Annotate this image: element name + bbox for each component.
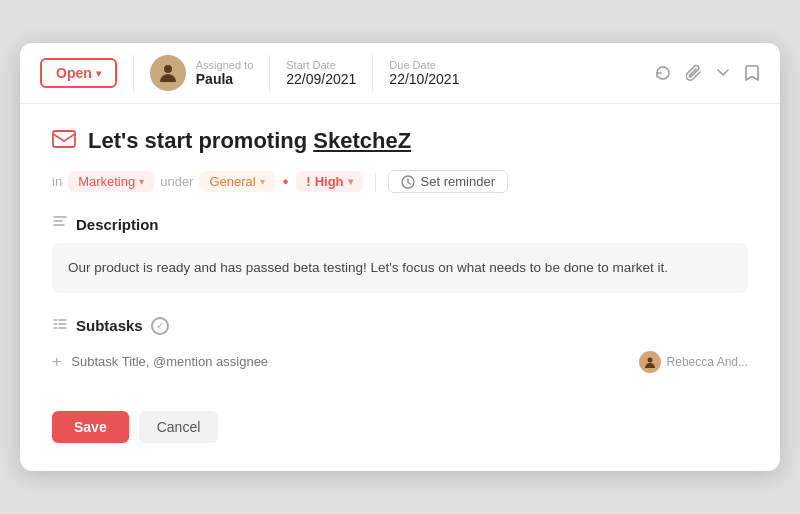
start-date-label: Start Date xyxy=(286,59,356,71)
description-title: Description xyxy=(76,216,159,233)
subtask-assignee: Rebecca And... xyxy=(639,351,748,373)
subtask-assignee-name: Rebecca And... xyxy=(667,355,748,369)
high-chevron-icon: ▾ xyxy=(348,176,353,187)
marketing-label: Marketing xyxy=(78,174,135,189)
topbar: Open ▾ Assigned to Paula Start Date 22/0… xyxy=(20,43,780,104)
subtask-add-icon[interactable]: + xyxy=(52,353,61,371)
subtasks-icon xyxy=(52,317,68,335)
open-button[interactable]: Open ▾ xyxy=(40,58,117,88)
refresh-icon[interactable] xyxy=(654,64,672,82)
assigned-name: Paula xyxy=(196,71,253,87)
in-label: in xyxy=(52,174,62,189)
topbar-divider-1 xyxy=(133,55,134,91)
start-date-section: Start Date 22/09/2021 xyxy=(286,59,356,87)
priority-dot: • xyxy=(283,173,289,191)
main-content: Let's start promoting SketcheZ in Market… xyxy=(20,104,780,471)
description-icon xyxy=(52,215,68,233)
subtasks-section: Subtasks ✓ + Rebecca And... xyxy=(52,317,748,379)
due-date-section: Due Date 22/10/2021 xyxy=(389,59,459,87)
task-title-highlight: SketcheZ xyxy=(313,128,411,153)
meta-divider xyxy=(375,172,376,192)
svg-point-0 xyxy=(164,65,172,73)
envelope-icon xyxy=(52,129,76,154)
meta-row: in Marketing ▾ under General ▾ • ! High … xyxy=(52,170,748,193)
description-box: Our product is ready and has passed beta… xyxy=(52,243,748,293)
description-header: Description xyxy=(52,215,748,233)
topbar-divider-2 xyxy=(269,55,270,91)
due-date-value: 22/10/2021 xyxy=(389,71,459,87)
svg-rect-1 xyxy=(53,131,75,147)
general-chevron-icon: ▾ xyxy=(260,176,265,187)
task-title: Let's start promoting SketcheZ xyxy=(88,128,411,154)
exclaim-icon: ! xyxy=(306,174,310,189)
subtasks-header: Subtasks ✓ xyxy=(52,317,748,335)
marketing-tag[interactable]: Marketing ▾ xyxy=(68,171,154,192)
general-tag[interactable]: General ▾ xyxy=(199,171,274,192)
subtask-assignee-avatar xyxy=(639,351,661,373)
assigned-info: Assigned to Paula xyxy=(196,59,253,87)
main-window: Open ▾ Assigned to Paula Start Date 22/0… xyxy=(20,43,780,471)
subtask-input-row: + Rebecca And... xyxy=(52,345,748,379)
reminder-label: Set reminder xyxy=(421,174,495,189)
subtask-title-input[interactable] xyxy=(71,354,628,369)
topbar-divider-3 xyxy=(372,55,373,91)
subtasks-title: Subtasks xyxy=(76,317,143,334)
bookmark-icon[interactable] xyxy=(744,64,760,82)
task-title-prefix: Let's start promoting xyxy=(88,128,313,153)
task-title-row: Let's start promoting SketcheZ xyxy=(52,128,748,154)
open-label: Open xyxy=(56,65,92,81)
start-date-value: 22/09/2021 xyxy=(286,71,356,87)
avatar xyxy=(150,55,186,91)
assigned-section: Assigned to Paula xyxy=(150,55,253,91)
chevron-down-icon: ▾ xyxy=(96,68,101,79)
chevron-down-icon-2[interactable] xyxy=(716,68,730,78)
under-label: under xyxy=(160,174,193,189)
subtasks-check-icon[interactable]: ✓ xyxy=(151,317,169,335)
marketing-chevron-icon: ▾ xyxy=(139,176,144,187)
general-label: General xyxy=(209,174,255,189)
high-priority-tag[interactable]: ! High ▾ xyxy=(296,171,362,192)
save-button[interactable]: Save xyxy=(52,411,129,443)
description-text: Our product is ready and has passed beta… xyxy=(68,260,668,275)
cancel-button[interactable]: Cancel xyxy=(139,411,219,443)
svg-point-3 xyxy=(647,357,652,362)
bottom-actions: Save Cancel xyxy=(52,407,748,443)
due-date-label: Due Date xyxy=(389,59,459,71)
topbar-actions xyxy=(654,64,760,82)
attachment-icon[interactable] xyxy=(686,64,702,82)
set-reminder-button[interactable]: Set reminder xyxy=(388,170,508,193)
assigned-to-label: Assigned to xyxy=(196,59,253,71)
high-label: High xyxy=(315,174,344,189)
